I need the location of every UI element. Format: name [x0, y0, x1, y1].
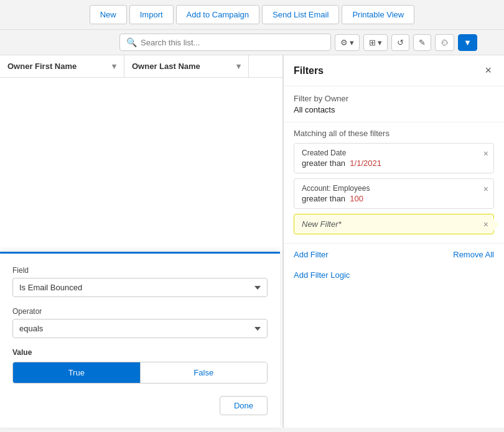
- filter-button[interactable]: ▼: [458, 34, 477, 51]
- field-label: Field: [12, 266, 268, 275]
- filter-icon: ▼: [464, 38, 472, 47]
- done-button[interactable]: Done: [220, 396, 268, 415]
- owner-last-name-chevron-icon: ▾: [236, 62, 241, 71]
- filter-chip-new-filter-close[interactable]: ×: [483, 219, 488, 229]
- clock-icon: ⏲: [441, 38, 449, 47]
- matching-label: Matching all of these filters: [294, 129, 494, 138]
- send-list-email-button[interactable]: Send List Email: [262, 5, 339, 24]
- filters-title: Filters: [294, 65, 324, 76]
- search-icon: 🔍: [126, 37, 137, 47]
- field-select[interactable]: Is Email Bounced: [12, 278, 268, 297]
- gear-icon: ⚙: [340, 38, 348, 47]
- filter-chip-account-employees-title: Account: Employees: [302, 184, 486, 193]
- main-area: Owner First Name ▾ Owner Last Name ▾ Fie…: [0, 55, 504, 428]
- add-to-campaign-button[interactable]: Add to Campaign: [176, 5, 259, 24]
- filter-logic-row: Add Filter Logic: [284, 265, 504, 290]
- employees-highlight: 100: [350, 194, 363, 203]
- false-toggle[interactable]: False: [141, 362, 268, 383]
- owner-first-name-column[interactable]: Owner First Name ▾: [0, 55, 124, 77]
- printable-view-button[interactable]: Printable View: [342, 5, 414, 24]
- owner-first-name-chevron-icon: ▾: [112, 62, 116, 71]
- filter-editor: Field Is Email Bounced Operator equals V…: [0, 252, 280, 428]
- filter-chip-created-date-close[interactable]: ×: [483, 149, 488, 159]
- left-panel: Owner First Name ▾ Owner Last Name ▾ Fie…: [0, 55, 283, 428]
- search-box: 🔍: [119, 34, 331, 51]
- filter-chip-created-date: Created Date greater than 1/1/2021 ×: [294, 143, 494, 173]
- columns-chevron-icon: ▾: [378, 38, 382, 47]
- new-filter-label: New Filter*: [302, 219, 486, 229]
- new-filter-arrow: [493, 218, 500, 231]
- search-row: 🔍 ⚙ ▾ ⊞ ▾ ↺ ✎ ⏲ ▼: [0, 30, 504, 55]
- toolbar: New Import Add to Campaign Send List Ema…: [0, 0, 504, 30]
- operator-group: Operator equals: [12, 307, 268, 338]
- column-headers: Owner First Name ▾ Owner Last Name ▾: [0, 55, 282, 78]
- filter-actions: Add Filter Remove All: [284, 243, 504, 265]
- true-toggle[interactable]: True: [13, 362, 140, 383]
- refresh-button[interactable]: ↺: [391, 34, 409, 51]
- value-section: Value True False: [12, 348, 268, 384]
- filter-owner-section: Filter by Owner All contacts: [284, 86, 504, 122]
- filter-owner-value: All contacts: [294, 105, 494, 114]
- filter-chip-new-filter[interactable]: New Filter* ×: [294, 214, 494, 234]
- edit-button[interactable]: ✎: [413, 34, 431, 51]
- filters-panel: Filters × Filter by Owner All contacts M…: [283, 55, 504, 428]
- owner-last-name-column[interactable]: Owner Last Name ▾: [124, 55, 249, 77]
- filter-chip-account-employees-value: greater than 100: [302, 194, 486, 203]
- value-label: Value: [12, 348, 268, 357]
- field-group: Field Is Email Bounced: [12, 266, 268, 297]
- filter-owner-title: Filter by Owner: [294, 94, 494, 103]
- refresh-icon: ↺: [397, 38, 404, 47]
- remove-all-button[interactable]: Remove All: [453, 250, 494, 259]
- created-date-highlight: 1/1/2021: [350, 159, 381, 168]
- import-button[interactable]: Import: [129, 5, 174, 24]
- columns-icon: ⊞: [369, 38, 376, 47]
- new-button[interactable]: New: [90, 5, 127, 24]
- add-filter-logic-button[interactable]: Add Filter Logic: [294, 270, 350, 280]
- filter-chip-account-employees-close[interactable]: ×: [483, 184, 488, 194]
- owner-last-name-label: Owner Last Name: [132, 62, 200, 71]
- filters-close-button[interactable]: ×: [482, 64, 494, 77]
- clock-button[interactable]: ⏲: [435, 34, 454, 51]
- done-row: Done: [12, 396, 268, 415]
- edit-icon: ✎: [419, 38, 426, 47]
- search-input[interactable]: [141, 38, 324, 47]
- value-toggle-group: True False: [12, 362, 268, 384]
- operator-select[interactable]: equals: [12, 319, 268, 338]
- matching-section: Matching all of these filters Created Da…: [284, 122, 504, 243]
- operator-label: Operator: [12, 307, 268, 316]
- filter-chip-created-date-title: Created Date: [302, 149, 486, 157]
- filter-chip-account-employees: Account: Employees greater than 100 ×: [294, 178, 494, 209]
- columns-button[interactable]: ⊞ ▾: [363, 34, 388, 51]
- add-filter-button[interactable]: Add Filter: [294, 250, 329, 259]
- filters-header: Filters ×: [284, 55, 504, 86]
- gear-chevron-icon: ▾: [350, 38, 354, 47]
- gear-button[interactable]: ⚙ ▾: [335, 34, 360, 51]
- owner-first-name-label: Owner First Name: [7, 62, 77, 71]
- filter-chip-created-date-value: greater than 1/1/2021: [302, 159, 486, 168]
